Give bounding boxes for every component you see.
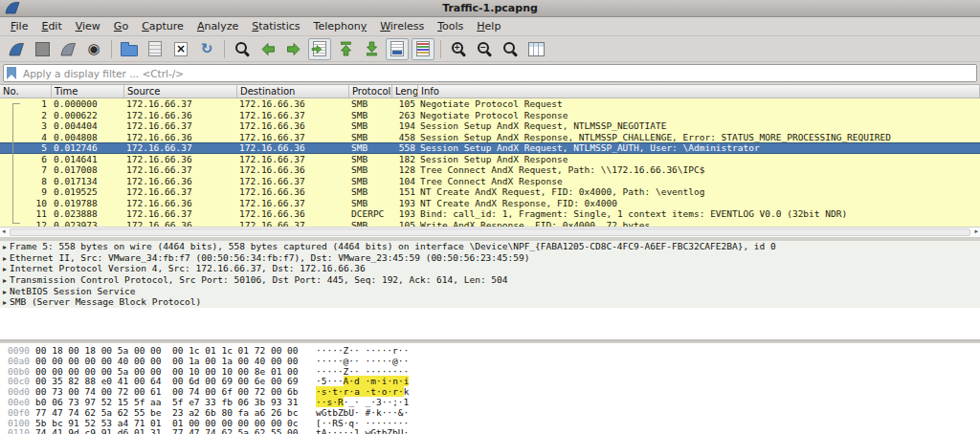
menu-telephony[interactable]: Telephony <box>307 18 374 34</box>
detail-row[interactable]: ▸Ethernet II, Src: VMware_34:fb:f7 (00:5… <box>0 252 980 264</box>
expand-arrow-icon[interactable]: ▸ <box>0 264 10 274</box>
cell-len: 193 <box>392 198 418 209</box>
cell-info: Tree Connect AndX Request, Path: \\172.1… <box>418 164 980 176</box>
detail-row[interactable]: ▸Internet Protocol Version 4, Src: 172.1… <box>0 263 980 274</box>
menu-statistics[interactable]: Statistics <box>245 18 306 34</box>
packet-row[interactable]: 60.014641172.16.66.36172.16.66.37SMB182S… <box>0 154 980 165</box>
zoom-original-icon[interactable] <box>499 38 522 60</box>
detail-row[interactable]: ▸Frame 5: 558 bytes on wire (4464 bits),… <box>0 241 980 252</box>
cell-proto: SMB <box>349 186 392 198</box>
filter-bookmark-icon[interactable] <box>7 67 16 79</box>
column-header-length[interactable]: Length <box>392 85 418 98</box>
packet-list-hscrollbar[interactable]: ◂ ▸ <box>0 227 980 238</box>
column-header-destination[interactable]: Destination <box>237 85 349 98</box>
save-file-icon[interactable] <box>144 38 167 60</box>
expand-arrow-icon[interactable]: ▸ <box>0 275 10 286</box>
cell-len: 105 <box>392 220 418 228</box>
cell-len: 104 <box>392 176 418 187</box>
hex-ascii[interactable]: ·····@·· ·····@·· <box>316 357 409 367</box>
packet-row[interactable]: 70.017008172.16.66.37172.16.66.36SMB128T… <box>0 164 980 176</box>
packet-row[interactable]: 50.012746172.16.66.37172.16.66.36SMB558S… <box>0 142 980 154</box>
first-packet-icon[interactable] <box>334 38 357 60</box>
reload-icon[interactable]: ↻ <box>195 38 218 60</box>
cell-dst: 172.16.66.36 <box>237 164 349 176</box>
start-capture-icon[interactable] <box>5 38 28 60</box>
colorize-icon[interactable] <box>412 38 434 60</box>
capture-options-icon[interactable]: ◉ <box>82 38 105 60</box>
cell-no: 12 <box>0 220 52 228</box>
detail-row[interactable]: ▸NetBIOS Session Service <box>0 286 980 297</box>
expand-arrow-icon[interactable]: ▸ <box>0 242 10 252</box>
menu-tools[interactable]: Tools <box>431 18 470 34</box>
column-header-protocol[interactable]: Protocol <box>349 85 392 98</box>
cell-proto: SMB <box>349 120 392 132</box>
cell-proto: SMB <box>349 164 392 176</box>
detail-row[interactable]: ▸Transmission Control Protocol, Src Port… <box>0 274 980 286</box>
hex-bytes[interactable]: 77 47 74 62 5a 62 55 be 23 a2 6b 80 fa a… <box>35 408 299 419</box>
menu-wireless[interactable]: Wireless <box>373 18 431 34</box>
open-file-icon[interactable] <box>118 38 141 60</box>
hex-offset: 00a0 <box>8 357 30 367</box>
column-header-source[interactable]: Source <box>124 85 237 98</box>
expand-arrow-icon[interactable]: ▸ <box>0 287 10 297</box>
hex-ascii[interactable]: tA·····1 wGtbZbU· <box>316 428 409 434</box>
cell-no: 8 <box>0 176 52 187</box>
hex-bytes[interactable]: 74 41 9d c9 91 d6 01 31 77 47 74 62 5a 6… <box>35 428 299 434</box>
display-filter-input[interactable] <box>21 67 976 80</box>
menu-capture[interactable]: Capture <box>135 18 190 34</box>
column-header-info[interactable]: Info <box>418 85 980 98</box>
go-forward-icon[interactable] <box>282 38 305 60</box>
menu-file[interactable]: File <box>4 18 34 34</box>
packet-row[interactable]: 120.023973172.16.66.36172.16.66.37SMB105… <box>0 220 980 228</box>
zoom-in-icon[interactable]: + <box>447 38 470 60</box>
cell-src: 172.16.66.36 <box>124 110 237 121</box>
cell-info: Tree Connect AndX Response <box>418 176 980 187</box>
column-header-time[interactable]: Time <box>52 85 124 98</box>
cell-len: 193 <box>392 208 418 220</box>
expand-arrow-icon[interactable]: ▸ <box>0 253 10 264</box>
hex-ascii[interactable]: wGtbZbU· #·k···&· <box>316 408 409 419</box>
detail-row[interactable]: ▸SMB (Server Message Block Protocol) <box>0 296 980 308</box>
go-back-icon[interactable] <box>256 38 279 60</box>
cell-len: 263 <box>392 110 418 121</box>
go-to-packet-icon[interactable] <box>308 38 331 60</box>
packet-row[interactable]: 90.019525172.16.66.37172.16.66.36SMB151N… <box>0 186 980 198</box>
menu-go[interactable]: Go <box>107 18 135 34</box>
cell-time: 0.000622 <box>52 110 124 121</box>
packet-row[interactable]: 20.000622172.16.66.36172.16.66.37SMB263N… <box>0 110 980 121</box>
packet-row[interactable]: 10.000000172.16.66.37172.16.66.36SMB105N… <box>0 98 980 110</box>
scroll-left-icon[interactable]: ◂ <box>2 227 6 236</box>
packet-row[interactable]: 30.004404172.16.66.37172.16.66.36SMB194S… <box>0 120 980 132</box>
cell-info: NT Create AndX Request, FID: 0x4000, Pat… <box>418 186 980 198</box>
close-file-icon[interactable]: × <box>169 38 192 60</box>
menu-view[interactable]: View <box>69 18 107 34</box>
packet-row[interactable]: 80.017134172.16.66.36172.16.66.37SMB104T… <box>0 176 980 187</box>
stop-capture-icon[interactable] <box>31 38 54 60</box>
hex-row[interactable]: 011074 41 9d c9 91 d6 01 31 77 47 74 62 … <box>0 428 980 434</box>
cell-time: 0.000000 <box>52 98 124 110</box>
column-header-no[interactable]: No. <box>0 85 52 98</box>
packet-row[interactable]: 100.019788172.16.66.36172.16.66.37SMB193… <box>0 198 980 209</box>
last-packet-icon[interactable] <box>360 38 383 60</box>
hex-bytes[interactable]: 00 00 00 00 00 40 00 00 00 1a 00 1a 00 4… <box>35 357 299 367</box>
display-filter-field[interactable] <box>3 64 977 82</box>
zoom-out-icon[interactable]: − <box>473 38 496 60</box>
toolbar-separator <box>111 40 112 58</box>
scroll-right-icon[interactable]: ▸ <box>974 227 978 236</box>
packet-row[interactable]: 110.023888172.16.66.37172.16.66.36DCERPC… <box>0 208 980 220</box>
menu-edit[interactable]: Edit <box>34 18 68 34</box>
cell-info: Session Setup AndX Request, NTLMSSP_AUTH… <box>418 142 980 154</box>
expand-arrow-icon[interactable]: ▸ <box>0 297 10 308</box>
resize-columns-icon[interactable] <box>524 38 547 60</box>
menu-help[interactable]: Help <box>470 18 507 34</box>
menu-analyze[interactable]: Analyze <box>190 18 245 34</box>
cell-no: 7 <box>0 164 52 176</box>
scrollbar-thumb[interactable] <box>10 228 970 236</box>
hex-row[interactable]: 00f077 47 74 62 5a 62 55 be 23 a2 6b 80 … <box>0 408 980 419</box>
packet-row[interactable]: 40.004808172.16.66.36172.16.66.37SMB458S… <box>0 132 980 143</box>
cell-proto: SMB <box>349 142 392 154</box>
hex-row[interactable]: 00a000 00 00 00 00 40 00 00 00 1a 00 1a … <box>0 357 980 367</box>
auto-scroll-icon[interactable] <box>386 38 409 60</box>
find-packet-icon[interactable] <box>231 38 254 60</box>
restart-capture-icon[interactable] <box>56 38 79 60</box>
